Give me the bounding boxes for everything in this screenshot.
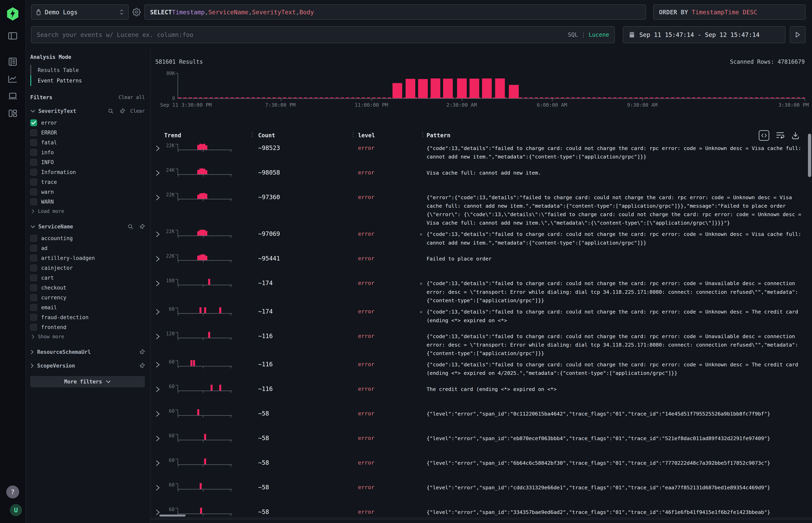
help-button[interactable]: ? — [6, 486, 19, 499]
filter-option-frontend[interactable]: frontend — [30, 322, 145, 332]
run-query-button[interactable] — [790, 26, 806, 43]
filter-option-trace[interactable]: trace — [30, 177, 145, 187]
row-expand-chevron-icon[interactable] — [155, 252, 164, 276]
pattern-cell[interactable]: {"code":13,"details":"failed to charge c… — [419, 358, 805, 382]
checkbox[interactable] — [30, 245, 37, 252]
filter-option-email[interactable]: email — [30, 303, 145, 312]
pattern-cell[interactable]: {"level":"error","span_id":"6b64c6c58842… — [419, 456, 805, 481]
filter-option-warn[interactable]: warn — [30, 187, 145, 197]
pattern-cell[interactable]: {"level":"error","span_id":"0c11220615ba… — [419, 407, 805, 431]
histogram-bar[interactable] — [406, 79, 415, 98]
load-more-SeverityText[interactable]: Load more — [31, 207, 145, 216]
row-expand-chevron-icon[interactable] — [155, 481, 164, 505]
filter-option-artillery-loadgen[interactable]: artillery-loadgen — [30, 253, 145, 263]
pin-icon[interactable] — [139, 363, 145, 369]
sparkline-chart[interactable] — [177, 434, 232, 440]
horizontal-scrollbar-thumb[interactable] — [159, 515, 186, 517]
col-trend[interactable]: Trend — [164, 132, 249, 139]
checkbox[interactable] — [30, 149, 37, 156]
row-expand-chevron-icon[interactable] — [155, 141, 164, 166]
sparkline-chart[interactable] — [177, 332, 232, 338]
row-expand-chevron-icon[interactable] — [155, 358, 164, 382]
sparkline-chart[interactable] — [177, 279, 232, 285]
checkbox[interactable] — [30, 235, 37, 242]
row-expand-chevron-icon[interactable] — [155, 305, 164, 329]
checkbox[interactable] — [30, 159, 37, 166]
exclude-pattern-icon[interactable]: × — [420, 279, 427, 288]
filter-option-accounting[interactable]: accounting — [30, 233, 145, 243]
filter-option-Information[interactable]: Information — [30, 167, 145, 177]
sparkline-chart[interactable] — [177, 360, 232, 366]
horizontal-scrollbar-track[interactable] — [151, 517, 812, 520]
chevron-right-icon[interactable] — [30, 349, 34, 355]
filter-option-cart[interactable]: cart — [30, 273, 145, 283]
checkbox[interactable] — [30, 139, 37, 146]
filter-option-ad[interactable]: ad — [30, 243, 145, 253]
download-icon[interactable] — [791, 131, 800, 140]
histogram-bar[interactable] — [509, 85, 518, 98]
col-level[interactable]: ⋮level — [350, 132, 419, 139]
checkbox[interactable] — [30, 294, 37, 301]
filter-option-fraud-detection[interactable]: fraud-detection — [30, 312, 145, 322]
vertical-scrollbar-thumb[interactable] — [808, 134, 811, 177]
histogram-bar[interactable] — [392, 83, 402, 98]
more-filters-button[interactable]: More filters — [30, 376, 145, 387]
row-expand-chevron-icon[interactable] — [155, 407, 164, 431]
col-pattern[interactable]: ⋮Pattern — [419, 132, 805, 139]
time-range-picker[interactable]: Sep 11 15:47:14 - Sep 12 15:47:14 — [623, 26, 785, 43]
exclude-pattern-icon[interactable]: × — [420, 230, 427, 238]
row-expand-chevron-icon[interactable] — [155, 329, 164, 358]
mode-sql[interactable]: SQL — [568, 32, 578, 38]
checkbox[interactable] — [30, 198, 37, 205]
filter-group-name[interactable]: ServiceName — [38, 223, 125, 230]
exclude-pattern-icon[interactable]: × — [420, 308, 427, 316]
filter-option-error[interactable]: error — [30, 118, 145, 128]
checkbox[interactable] — [30, 169, 37, 176]
source-select[interactable]: Demo Logs — [31, 4, 129, 20]
col-resize-handle[interactable]: ⋮ — [350, 131, 356, 138]
search-icon[interactable] — [127, 223, 134, 230]
app-logo-icon[interactable] — [6, 7, 19, 21]
sparkline-chart[interactable] — [177, 307, 232, 314]
search-icon[interactable] — [108, 108, 114, 114]
sparkline-chart[interactable] — [177, 483, 232, 489]
col-resize-handle[interactable]: ⋮ — [420, 131, 426, 138]
pattern-cell[interactable]: {"level":"error","span_id":"eb870ecef063… — [419, 431, 805, 456]
sparkline-chart[interactable] — [177, 508, 232, 514]
row-expand-chevron-icon[interactable] — [155, 227, 164, 252]
sidebar-toggle-icon[interactable] — [8, 32, 18, 40]
dashboard-icon[interactable] — [8, 109, 18, 118]
search-input[interactable]: Search your events w/ Lucene ex. column:… — [31, 26, 615, 43]
filter-option-INFO[interactable]: INFO — [30, 157, 145, 167]
filter-group-name[interactable]: SeverityText — [38, 108, 105, 114]
pin-icon[interactable] — [119, 108, 125, 114]
filter-option-WARN[interactable]: WARN — [30, 197, 145, 207]
histogram-bar[interactable] — [495, 78, 505, 98]
laptop-icon[interactable] — [8, 92, 18, 100]
histogram-bar[interactable] — [470, 79, 479, 98]
chevron-down-icon[interactable] — [30, 109, 35, 113]
checkbox[interactable] — [30, 274, 37, 281]
checkbox[interactable] — [30, 179, 37, 185]
checkbox[interactable] — [30, 119, 37, 126]
mode-lucene[interactable]: Lucene — [589, 32, 609, 38]
pin-icon[interactable] — [139, 349, 145, 355]
chart-icon[interactable] — [8, 75, 18, 83]
source-settings-gear-icon[interactable] — [129, 4, 144, 20]
col-resize-handle[interactable]: ⋮ — [249, 131, 255, 138]
sparkline-chart[interactable] — [177, 230, 232, 236]
order-by-input[interactable]: ORDER BY TimestampTime DESC — [653, 4, 806, 20]
logs-icon[interactable] — [8, 57, 18, 66]
row-expand-chevron-icon[interactable] — [155, 431, 164, 456]
checkbox[interactable] — [30, 304, 37, 311]
histogram-bar[interactable] — [482, 78, 492, 98]
pattern-cell[interactable]: {"code":13,"details":"failed to charge c… — [419, 141, 805, 166]
filter-option-fatal[interactable]: fatal — [30, 138, 145, 147]
pattern-cell[interactable]: ×{"code":13,"details":"failed to charge … — [419, 227, 805, 252]
load-more-ServiceName[interactable]: Show more — [31, 332, 145, 341]
sparkline-chart[interactable] — [177, 144, 232, 150]
mode-item-results-table[interactable]: Results Table — [30, 65, 145, 75]
col-count[interactable]: ⋮Count — [249, 132, 350, 139]
pattern-cell[interactable]: {"code":13,"details":"failed to charge c… — [419, 329, 805, 358]
clear-all-link[interactable]: Clear all — [119, 94, 145, 100]
